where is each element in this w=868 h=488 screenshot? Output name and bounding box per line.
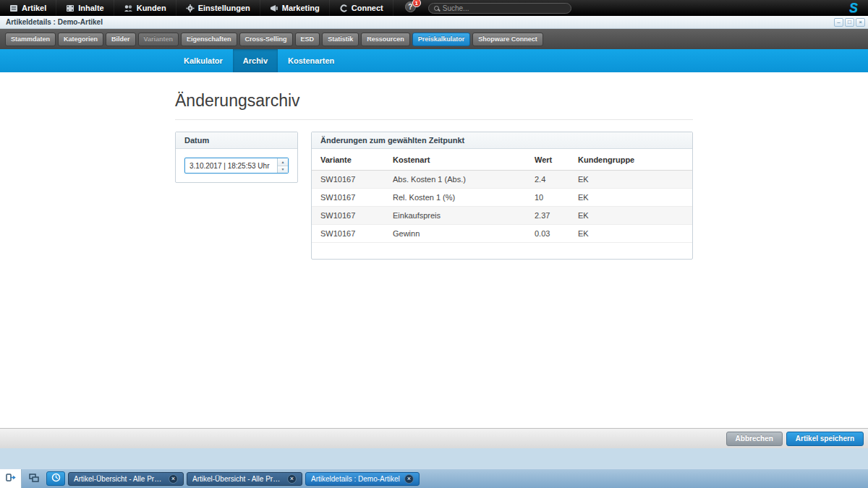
maximize-button[interactable]: □: [845, 18, 854, 27]
cell-kundengruppe: EK: [569, 189, 692, 207]
menu-label: Marketing: [282, 4, 320, 12]
clock-button[interactable]: [46, 471, 65, 486]
help-button[interactable]: ? 1: [405, 1, 418, 14]
spinner-up-icon[interactable]: ▲: [278, 158, 288, 166]
tab-shopware-connect[interactable]: Shopware Connect: [472, 33, 543, 46]
changes-grid: Variante Kostenart Wert Kundengruppe SW1…: [312, 149, 692, 243]
desktop-background: [0, 448, 868, 468]
cell-variante: SW10167: [312, 207, 384, 225]
tab-kategorien[interactable]: Kategorien: [58, 33, 103, 46]
menu-marketing[interactable]: Marketing: [260, 0, 330, 16]
menu-inhalte[interactable]: Inhalte: [56, 0, 114, 16]
cell-variante: SW10167: [312, 189, 384, 207]
cell-kundengruppe: EK: [569, 171, 692, 189]
cell-wert: 10: [526, 189, 569, 207]
cell-kundengruppe: EK: [569, 225, 692, 243]
cell-wert: 2.4: [526, 171, 569, 189]
page-title: Änderungsarchiv: [175, 91, 693, 111]
cancel-button[interactable]: Abbrechen: [726, 432, 783, 446]
global-search: [428, 3, 571, 14]
menu-einstellungen[interactable]: Einstellungen: [176, 0, 260, 16]
clock-icon: [51, 472, 61, 485]
col-variante[interactable]: Variante: [312, 149, 384, 171]
cell-variante: SW10167: [312, 225, 384, 243]
taskbar: Artikel-Übersicht - Alle Produkte × Arti…: [0, 468, 868, 488]
tab-ressourcen[interactable]: Ressourcen: [361, 33, 410, 46]
connect-icon: [339, 4, 348, 12]
content-icon: [66, 4, 75, 12]
save-article-button[interactable]: Artikel speichern: [786, 432, 864, 446]
article-details-window: Artikeldetails : Demo-Artikel – □ × Stam…: [0, 16, 868, 448]
tab-eigenschaften[interactable]: Eigenschaften: [181, 33, 237, 46]
window-switcher-button[interactable]: [25, 471, 43, 486]
close-button[interactable]: ×: [856, 18, 865, 27]
article-icon: [9, 4, 18, 12]
notification-badge: 1: [412, 0, 421, 7]
search-input[interactable]: [443, 4, 558, 12]
tab-varianten: Varianten: [138, 33, 179, 46]
col-kundengruppe[interactable]: Kundengruppe: [569, 149, 692, 171]
tab-stammdaten[interactable]: Stammdaten: [5, 33, 56, 46]
taskbar-item-label: Artikeldetails : Demo-Artikel: [311, 475, 400, 483]
menu-label: Artikel: [22, 4, 46, 12]
close-icon[interactable]: ×: [404, 474, 414, 484]
cell-kostenart: Gewinn: [384, 225, 526, 243]
menu-label: Inhalte: [78, 4, 103, 12]
top-menubar: Artikel Inhalte Kunden Einstellungen Mar…: [0, 0, 868, 16]
close-icon[interactable]: ×: [287, 474, 297, 484]
subnav-kalkulator[interactable]: Kalkulator: [174, 49, 233, 72]
changes-panel-title: Änderungen zum gewählten Zeitpunkt: [312, 132, 692, 149]
cell-kostenart: Abs. Kosten 1 (Abs.): [384, 171, 526, 189]
window-title: Artikeldetails : Demo-Artikel: [6, 18, 833, 26]
tab-bilder[interactable]: Bilder: [106, 33, 136, 46]
cell-kundengruppe: EK: [569, 207, 692, 225]
changes-panel: Änderungen zum gewählten Zeitpunkt Varia…: [311, 132, 693, 260]
window-titlebar[interactable]: Artikeldetails : Demo-Artikel – □ ×: [0, 16, 868, 29]
grid-header-row: Variante Kostenart Wert Kundengruppe: [312, 149, 692, 171]
menu-label: Einstellungen: [198, 4, 250, 12]
cell-wert: 2.37: [526, 207, 569, 225]
price-calculator-subnav: Kalkulator Archiv Kostenarten: [0, 49, 868, 72]
customers-icon: [124, 4, 133, 12]
taskbar-item-label: Artikel-Übersicht - Alle Produkte: [192, 475, 283, 483]
article-tabstrip: Stammdaten Kategorien Bilder Varianten E…: [0, 29, 868, 49]
close-icon[interactable]: ×: [169, 474, 178, 484]
tab-cross-selling[interactable]: Cross-Selling: [239, 33, 293, 46]
tab-statistik[interactable]: Statistik: [322, 33, 359, 46]
taskbar-item-article-overview-1[interactable]: Artikel-Übersicht - Alle Produkte ×: [68, 472, 184, 486]
cell-variante: SW10167: [312, 171, 384, 189]
col-kostenart[interactable]: Kostenart: [384, 149, 526, 171]
date-panel-title: Datum: [176, 132, 297, 149]
search-icon: [434, 6, 439, 11]
menu-kunden[interactable]: Kunden: [114, 0, 176, 16]
table-row[interactable]: SW10167 Abs. Kosten 1 (Abs.) 2.4 EK: [312, 171, 692, 189]
taskbar-start-button[interactable]: [0, 469, 22, 488]
date-select-value: 3.10.2017 | 18:25:53 Uhr: [185, 158, 277, 173]
window-footer-toolbar: Abbrechen Artikel speichern: [0, 428, 868, 448]
date-select-spinner: ▲ ▼: [277, 158, 288, 173]
desktop-screen: Artikel Inhalte Kunden Einstellungen Mar…: [0, 0, 868, 488]
table-row[interactable]: SW10167 Gewinn 0.03 EK: [312, 225, 692, 243]
table-row[interactable]: SW10167 Rel. Kosten 1 (%) 10 EK: [312, 189, 692, 207]
date-select[interactable]: 3.10.2017 | 18:25:53 Uhr ▲ ▼: [184, 158, 289, 174]
title-divider: [175, 119, 693, 120]
taskbar-item-article-details[interactable]: Artikeldetails : Demo-Artikel ×: [305, 472, 420, 486]
cell-kostenart: Einkaufspreis: [384, 207, 526, 225]
taskbar-item-label: Artikel-Übersicht - Alle Produkte: [74, 475, 164, 483]
minimize-button[interactable]: –: [834, 18, 843, 27]
date-panel: Datum 3.10.2017 | 18:25:53 Uhr ▲ ▼: [175, 132, 298, 183]
menu-connect[interactable]: Connect: [330, 0, 393, 16]
marketing-icon: [270, 4, 278, 12]
tab-preiskalkulator[interactable]: Preiskalkulator: [412, 33, 471, 46]
col-wert[interactable]: Wert: [526, 149, 569, 171]
table-row[interactable]: SW10167 Einkaufspreis 2.37 EK: [312, 207, 692, 225]
subnav-kostenarten[interactable]: Kostenarten: [278, 49, 344, 72]
menu-artikel[interactable]: Artikel: [0, 0, 56, 16]
cell-wert: 0.03: [526, 225, 569, 243]
subnav-archiv[interactable]: Archiv: [233, 49, 278, 72]
taskbar-item-article-overview-2[interactable]: Artikel-Übersicht - Alle Produkte ×: [187, 472, 302, 486]
settings-gear-icon: [186, 4, 195, 12]
cell-kostenart: Rel. Kosten 1 (%): [384, 189, 526, 207]
tab-esd[interactable]: ESD: [295, 33, 320, 46]
spinner-down-icon[interactable]: ▼: [278, 166, 288, 174]
